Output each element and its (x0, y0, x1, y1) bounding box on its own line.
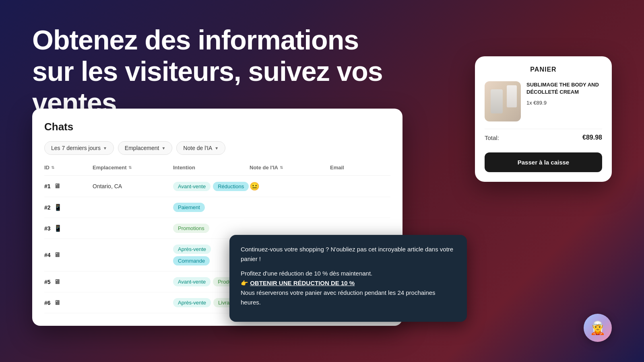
device-icon: 📱 (54, 224, 62, 232)
hero-title: Obtenez des informations sur les visiteu… (32, 24, 394, 119)
col-intention: Intention (173, 165, 250, 171)
cart-panel: PANIER SUBLIMAGE THE BODY AND DÉCOLLETÉ … (475, 56, 612, 182)
row-intention: Avant-venteRéductions (173, 182, 250, 191)
sort-icon: ⇅ (51, 165, 54, 170)
table-header: ID ⇅ Emplacement ⇅ Intention Note de l'I… (44, 165, 390, 176)
cart-total: Total: €89.98 (485, 129, 602, 146)
tooltip-line3: Nous réserverons votre panier avec réduc… (241, 289, 436, 306)
cart-item-image (485, 81, 521, 121)
chevron-down-icon: ▼ (161, 146, 165, 150)
row-id-text: #4 (44, 252, 51, 258)
sort-icon: ⇅ (280, 165, 283, 170)
device-icon: 🖥 (54, 299, 60, 306)
tooltip-line1: Continuez-vous votre shopping ? N'oublie… (241, 245, 456, 264)
cart-title: PANIER (485, 66, 602, 73)
tag: Avant-vente (173, 182, 211, 191)
row-id: #4 🖥 (44, 251, 93, 259)
cart-total-label: Total: (485, 134, 499, 141)
cart-item-details: SUBLIMAGE THE BODY AND DÉCOLLETÉ CREAM 1… (526, 81, 602, 121)
tag: Promotions (173, 224, 209, 233)
device-icon: 🖥 (54, 251, 60, 259)
table-row[interactable]: #1 🖥 Ontario, CA Avant-venteRéductions 😐 (44, 176, 390, 197)
filters-bar: Les 7 derniers jours ▼ Emplacement ▼ Not… (44, 141, 390, 155)
row-id-text: #3 (44, 225, 51, 232)
row-id-text: #5 (44, 279, 51, 285)
row-intention: Promotions (173, 224, 250, 233)
col-ai-note: Note de l'IA ⇅ (250, 165, 330, 171)
cart-item-quantity: 1x (526, 100, 532, 106)
filter-ai-note[interactable]: Note de l'IA ▼ (176, 141, 225, 155)
tooltip-link-icon: 👉 (241, 280, 248, 286)
tag: Avant-vente (173, 277, 211, 286)
device-icon: 🖥 (54, 278, 60, 286)
row-id: #1 🖥 (44, 183, 93, 190)
cart-item-price-value: €89.9 (533, 100, 547, 106)
device-icon: 📱 (54, 204, 62, 211)
col-location: Emplacement ⇅ (93, 165, 173, 171)
tag: Après-vente (173, 245, 211, 254)
cart-item-price: 1x €89.9 (526, 100, 602, 106)
row-id-text: #1 (44, 183, 51, 189)
table-row[interactable]: #2 📱 Paiement (44, 197, 390, 218)
row-ai-note: 😐 (250, 181, 330, 191)
filter-location-label: Emplacement (125, 145, 159, 151)
cart-item-name: SUBLIMAGE THE BODY AND DÉCOLLETÉ CREAM (526, 81, 602, 96)
row-id: #3 📱 (44, 224, 93, 232)
row-id: #6 🖥 (44, 299, 93, 306)
row-id-text: #2 (44, 204, 51, 211)
row-intention: Paiement (173, 203, 250, 212)
filter-ai-note-label: Note de l'IA (183, 145, 212, 151)
row-id: #5 🖥 (44, 278, 93, 286)
row-id: #2 📱 (44, 204, 93, 211)
tag: Commande (173, 256, 210, 265)
hero-section: Obtenez des informations sur les visiteu… (32, 24, 394, 119)
sort-icon: ⇅ (128, 165, 132, 170)
tooltip-line2: Profitez d'une réduction de 10 % dès mai… (241, 269, 456, 307)
avatar-icon: 🧝 (590, 320, 606, 335)
chevron-down-icon: ▼ (215, 146, 219, 150)
chevron-down-icon: ▼ (103, 146, 107, 150)
row-id-text: #6 (44, 300, 51, 306)
filter-days[interactable]: Les 7 derniers jours ▼ (44, 141, 114, 155)
tag: Réductions (213, 182, 249, 191)
cart-item: SUBLIMAGE THE BODY AND DÉCOLLETÉ CREAM 1… (485, 81, 602, 121)
filter-days-label: Les 7 derniers jours (51, 145, 101, 151)
tag: Paiement (173, 203, 205, 212)
row-location: Ontario, CA (93, 183, 173, 189)
chat-avatar[interactable]: 🧝 (584, 314, 612, 342)
col-id: ID ⇅ (44, 165, 93, 171)
device-icon: 🖥 (54, 183, 60, 190)
filter-location[interactable]: Emplacement ▼ (118, 141, 173, 155)
tooltip-link[interactable]: OBTENIR UNE RÉDUCTION DE 10 % (250, 280, 355, 286)
cart-total-value: €89.98 (582, 134, 602, 141)
tag: Après-vente (173, 298, 211, 307)
checkout-button[interactable]: Passer à la caisse (485, 152, 602, 172)
chat-panel-title: Chats (44, 121, 390, 133)
tooltip-popup: Continuez-vous votre shopping ? N'oublie… (229, 235, 467, 322)
col-email: Email (330, 165, 390, 171)
